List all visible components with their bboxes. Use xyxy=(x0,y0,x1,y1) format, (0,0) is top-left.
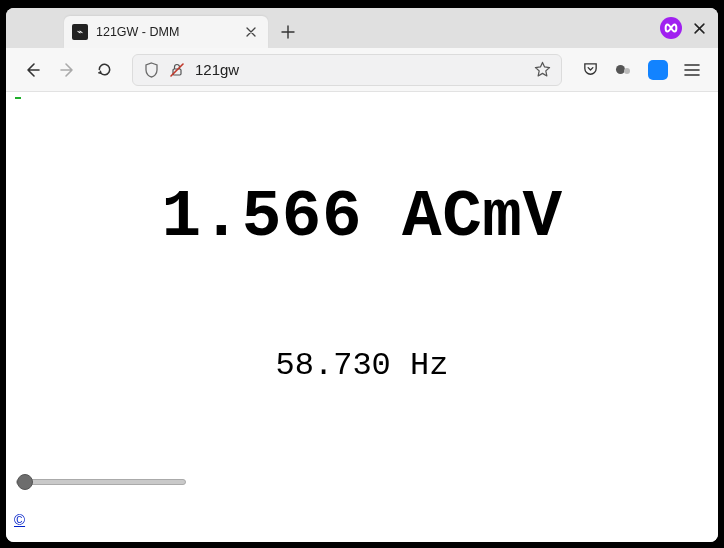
hamburger-icon xyxy=(684,63,700,77)
pocket-button[interactable] xyxy=(574,54,606,86)
page-content: 1.566 ACmV 58.730 Hz © xyxy=(6,92,718,542)
range-slider[interactable] xyxy=(16,473,186,491)
tab-favicon: ⌁ xyxy=(72,24,88,40)
tab-close-button[interactable] xyxy=(242,23,260,41)
back-button[interactable] xyxy=(16,54,48,86)
window-close-button[interactable] xyxy=(688,17,710,39)
tab-strip: ⌁ 121GW - DMM xyxy=(6,8,718,48)
secondary-reading: 58.730 Hz xyxy=(6,347,718,384)
tab-active[interactable]: ⌁ 121GW - DMM xyxy=(64,16,268,48)
insecure-lock-icon[interactable] xyxy=(169,62,185,78)
pocket-icon xyxy=(582,61,599,78)
url-text: 121gw xyxy=(195,61,523,78)
bookmark-button[interactable] xyxy=(533,61,551,79)
arrow-left-icon xyxy=(23,61,41,79)
shield-icon[interactable] xyxy=(143,62,159,78)
browser-window: ⌁ 121GW - DMM xyxy=(6,8,718,542)
primary-reading: 1.566 ACmV xyxy=(6,180,718,255)
copyright-link[interactable]: © xyxy=(14,511,25,528)
zoom-badge-button[interactable] xyxy=(642,54,674,86)
window-controls xyxy=(660,8,710,48)
range-control xyxy=(14,471,184,496)
reload-icon xyxy=(96,61,113,78)
toolbar-right xyxy=(574,54,708,86)
forward-button[interactable] xyxy=(52,54,84,86)
arrow-right-icon xyxy=(59,61,77,79)
infinity-icon xyxy=(664,23,678,33)
tab-title: 121GW - DMM xyxy=(96,25,234,39)
toolbar: 121gw xyxy=(6,48,718,92)
blue-square-icon xyxy=(648,60,668,80)
app-menu-button[interactable] xyxy=(676,54,708,86)
plus-icon xyxy=(281,25,295,39)
star-icon xyxy=(534,61,551,78)
new-tab-button[interactable] xyxy=(274,18,302,46)
extension-badge-icon[interactable] xyxy=(660,17,682,39)
close-icon xyxy=(694,23,705,34)
dots-icon xyxy=(615,61,633,79)
close-icon xyxy=(246,27,256,37)
reload-button[interactable] xyxy=(88,54,120,86)
url-bar[interactable]: 121gw xyxy=(132,54,562,86)
extension-dots-button[interactable] xyxy=(608,54,640,86)
status-mark xyxy=(15,97,21,99)
